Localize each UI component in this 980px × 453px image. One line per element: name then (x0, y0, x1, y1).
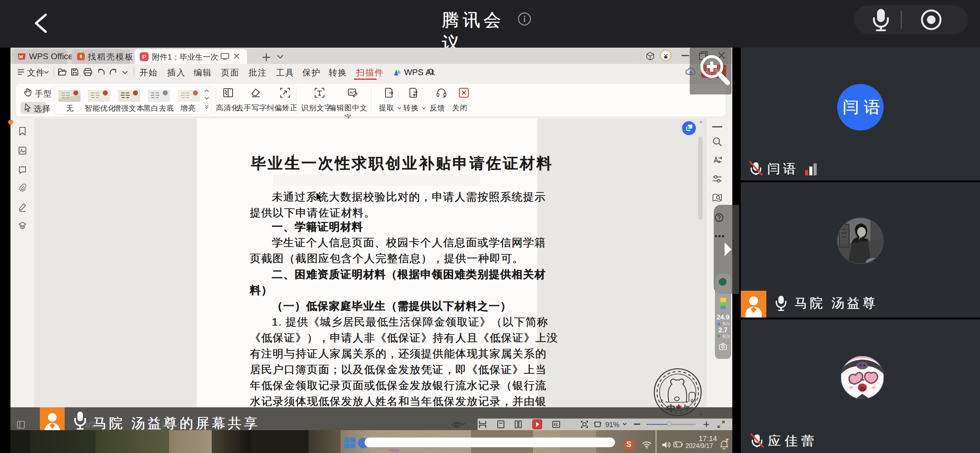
svg-text:P: P (142, 53, 146, 60)
